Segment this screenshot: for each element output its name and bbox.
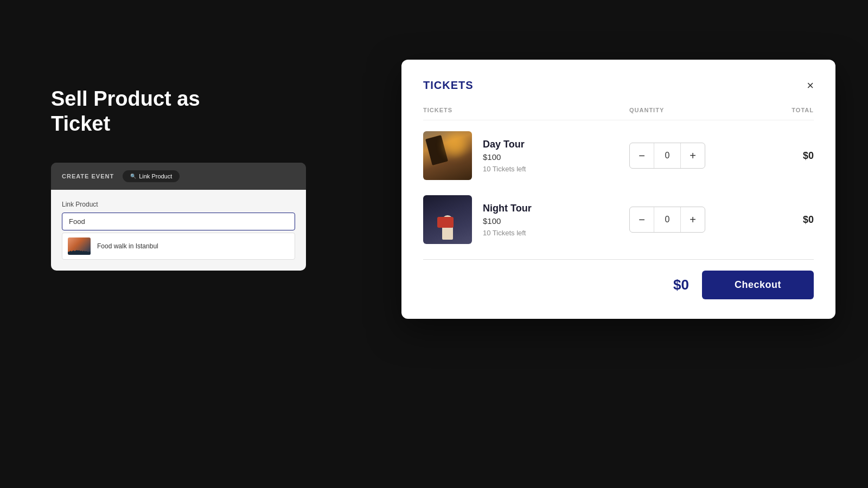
day-tour-price: $100: [483, 152, 629, 162]
night-tour-increment-button[interactable]: +: [681, 207, 705, 232]
night-tour-price: $100: [483, 216, 629, 226]
left-panel: Sell Product asTicket: [51, 87, 200, 136]
day-tour-img: [423, 131, 472, 180]
mini-dropdown: Food walk in Istanbul: [62, 233, 295, 260]
day-tour-name: Day Tour: [483, 139, 629, 150]
col-total-label: TOTAL: [749, 107, 814, 113]
night-tour-total: $0: [749, 214, 814, 226]
col-tickets-label: TICKETS: [423, 107, 629, 113]
night-tour-name: Night Tour: [483, 203, 629, 214]
night-tour-decrement-button[interactable]: −: [630, 207, 654, 232]
modal-divider: [423, 259, 814, 260]
close-button[interactable]: ×: [807, 80, 814, 92]
day-tour-decrement-button[interactable]: −: [630, 143, 654, 168]
mini-header-label: CREATE EVENT: [62, 173, 114, 179]
night-tour-image: [423, 195, 472, 244]
mini-dropdown-item[interactable]: Food walk in Istanbul: [62, 233, 295, 259]
day-tour-image: [423, 131, 472, 180]
ticket-info-night: Night Tour $100 10 Tickets left: [423, 195, 629, 244]
mini-card-header: CREATE EVENT Link Product: [51, 163, 306, 190]
night-tour-quantity: 0: [654, 207, 681, 232]
mini-ui-card: CREATE EVENT Link Product Link Product F…: [51, 163, 306, 271]
night-tour-details: Night Tour $100 10 Tickets left: [483, 203, 629, 237]
table-header: TICKETS QUANTITY TOTAL: [423, 107, 814, 120]
mini-search-input[interactable]: [62, 213, 295, 230]
night-tour-img: [423, 195, 472, 244]
day-tour-details: Day Tour $100 10 Tickets left: [483, 139, 629, 173]
mini-item-label: Food walk in Istanbul: [97, 242, 158, 250]
day-tour-stepper: − 0 +: [629, 143, 705, 169]
modal-footer: $0 Checkout: [423, 271, 814, 299]
grand-total: $0: [673, 277, 689, 293]
checkout-button[interactable]: Checkout: [702, 271, 814, 299]
day-tour-tickets-left: 10 Tickets left: [483, 165, 629, 173]
col-quantity-label: QUANTITY: [629, 107, 749, 113]
day-tour-quantity: 0: [654, 143, 681, 168]
page-heading: Sell Product asTicket: [51, 87, 200, 136]
night-tour-tickets-left: 10 Tickets left: [483, 229, 629, 237]
mini-card-body: Link Product Food walk in Istanbul: [51, 190, 306, 271]
mini-link-label: Link Product: [62, 201, 295, 208]
tickets-modal: TICKETS × TICKETS QUANTITY TOTAL Day Tou…: [401, 60, 835, 319]
ticket-row-night-tour: Night Tour $100 10 Tickets left − 0 + $0: [423, 195, 814, 244]
mini-thumb-image: [68, 237, 91, 255]
ticket-row-day-tour: Day Tour $100 10 Tickets left − 0 + $0: [423, 131, 814, 180]
ticket-info-day: Day Tour $100 10 Tickets left: [423, 131, 629, 180]
day-tour-increment-button[interactable]: +: [681, 143, 705, 168]
mini-link-btn[interactable]: Link Product: [123, 170, 180, 182]
night-tour-stepper: − 0 +: [629, 207, 705, 233]
modal-title: TICKETS: [423, 79, 474, 92]
modal-header: TICKETS ×: [423, 79, 814, 92]
day-tour-total: $0: [749, 150, 814, 162]
